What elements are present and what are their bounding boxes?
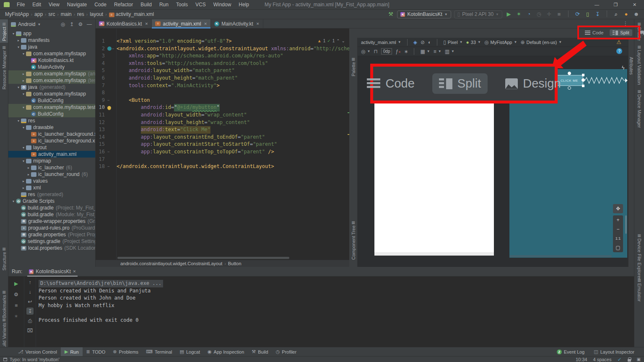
sdk-manager-icon[interactable]: ↧ [594, 10, 601, 18]
settings-icon[interactable]: ⚙ [13, 291, 20, 298]
frame-icon[interactable]: ✶ [13, 313, 20, 320]
indent-setting[interactable]: 4 spaces [593, 357, 611, 362]
menu-tools[interactable]: Tools [172, 2, 192, 8]
toolwindow-button-app-inspection[interactable]: ◉App Inspection [204, 347, 248, 357]
project-view-select[interactable]: Android [18, 21, 35, 27]
tree-item[interactable]: KKotolinBasics.kt [8, 57, 95, 64]
fold-icon[interactable]: − [107, 163, 109, 171]
tree-item[interactable]: ▾mipmap [8, 158, 95, 164]
tree-item[interactable]: ▤gradle-wrapper.properties(Gradle Ver [8, 218, 95, 225]
sidebar-item-device-manager[interactable]: ▦Device Manager [634, 87, 644, 129]
selection-handle[interactable] [582, 85, 584, 87]
tree-toggle-icon[interactable]: ▾ [21, 52, 26, 56]
tab-attributes[interactable]: Attributes [629, 57, 634, 75]
attach-debugger-icon[interactable]: ✛ [545, 10, 553, 18]
scrollend-icon[interactable]: ↧ [26, 308, 34, 315]
toolwindow-button-logcat[interactable]: ▤Logcat [176, 347, 204, 357]
fold-icon[interactable]: − [112, 45, 114, 53]
night-mode-icon[interactable]: ◐ [428, 39, 431, 45]
sync-gradle-icon[interactable]: ⟳ [574, 10, 581, 18]
tree-toggle-icon[interactable]: ▾ [16, 85, 21, 89]
tree-item[interactable]: ≡ic_launcher_background.xml [8, 131, 95, 137]
stop-icon[interactable]: ■ [556, 10, 563, 18]
toolwindow-button-terminal[interactable]: ⌨Terminal [142, 347, 176, 357]
ide-update-icon[interactable]: ● [623, 10, 630, 18]
print-icon[interactable]: ⎙ [26, 317, 34, 324]
breadcrumb-item[interactable]: app [34, 11, 44, 17]
inspection-widget[interactable]: ▲ 1 ✓ 1 ⌃ ⌄ [317, 39, 345, 43]
tree-item[interactable]: ▤gradle.properties(Project Properties) [8, 231, 95, 238]
constraint-anchor-top[interactable] [568, 72, 571, 75]
settings-gear-icon[interactable]: ⚙ [77, 21, 84, 27]
debug-icon[interactable]: ✶ [515, 10, 522, 18]
menu-navigate[interactable]: Navigate [63, 2, 91, 8]
tree-item[interactable]: CBuildConfig [8, 97, 95, 104]
tree-item[interactable]: CBuildConfig [8, 111, 95, 117]
tree-item[interactable]: ▾app [8, 30, 95, 37]
statusbar-button-event-log[interactable]: 2Event Log [553, 347, 589, 357]
tree-item[interactable]: ▾layout [8, 144, 95, 151]
menu-help[interactable]: Help [235, 2, 253, 8]
zoom-in-button[interactable]: + [613, 215, 623, 225]
softwrap-icon[interactable]: ↩ [26, 298, 34, 305]
tree-toggle-icon[interactable]: ▾ [21, 159, 26, 163]
search-everywhere-icon[interactable]: ⌕ [613, 10, 620, 18]
tool-window-toggle-icon[interactable] [3, 358, 7, 361]
tree-item[interactable]: ▸com.example.myfistapp(androidT [8, 70, 95, 77]
hide-panel-icon[interactable]: — [86, 21, 93, 27]
profile-app-icon[interactable]: ◔ [525, 10, 532, 18]
sidebar-item-device-file-explorer[interactable]: ▦Device File Explorer [634, 231, 644, 281]
align-icon[interactable]: ≡▼ [434, 49, 441, 54]
next-problem-icon[interactable]: ⌄ [342, 39, 345, 43]
caret-position[interactable]: 10:34 [576, 357, 587, 362]
guidelines-icon[interactable]: ▥▼ [445, 49, 454, 54]
build-hammer-icon[interactable]: ⚒ [387, 10, 394, 18]
breadcrumb-item[interactable]: src [47, 11, 56, 17]
constraint-anchor-end[interactable] [582, 78, 585, 82]
zoomed-mode-button-design[interactable]: Design [499, 73, 567, 94]
breadcrumb-item[interactable]: main [60, 11, 73, 17]
notifications-icon[interactable]: ▣ [637, 357, 641, 362]
tree-item[interactable]: ▸ic_launcher(6) [8, 164, 95, 171]
menu-vcs[interactable]: VCS [192, 2, 210, 8]
tree-item[interactable]: ▾com.example.myfistapp [8, 90, 95, 97]
tree-item[interactable]: ▾⚙java(generated) [8, 84, 95, 90]
layout-warning-icon[interactable]: ⚠ [616, 39, 621, 45]
run-tab[interactable]: K KotolinBasicsKt ✕ [26, 267, 78, 277]
selection-handle[interactable] [582, 74, 584, 76]
sidebar-item-resource-manager[interactable]: ▦Resource Manager [0, 43, 8, 91]
toolwindow-button-version-control[interactable]: ⎇Version Control [14, 347, 61, 357]
rerun-icon[interactable]: ▶ [13, 280, 20, 287]
prev-problem-icon[interactable]: ⌃ [336, 39, 340, 43]
sidebar-item-structure[interactable]: ▦Structure [0, 244, 8, 272]
tree-toggle-icon[interactable]: ▾ [11, 32, 16, 36]
tree-toggle-icon[interactable]: ▾ [11, 199, 16, 203]
tree-item[interactable]: ▸values [8, 178, 95, 184]
zoom-out-button[interactable]: − [613, 225, 623, 234]
breadcrumb-item[interactable]: layout [89, 11, 104, 17]
clear-icon[interactable]: ⌧ [26, 327, 34, 334]
autoconnect-magnet-icon[interactable]: ⊓ [374, 49, 377, 54]
design-preview-screen[interactable] [374, 103, 494, 256]
menu-build[interactable]: Build [137, 2, 156, 8]
menu-edit[interactable]: Edit [29, 2, 45, 8]
profile-avatar-icon[interactable]: ☻ [633, 10, 640, 18]
tree-item[interactable]: ≡ic_launcher_foreground.xml(v2 [8, 137, 95, 144]
design-horizontal-scrollbar[interactable] [509, 255, 612, 257]
pack-icon[interactable]: ▦▼ [420, 49, 430, 54]
tree-toggle-icon[interactable]: ▸ [21, 72, 26, 76]
tree-item[interactable]: ▸xml [8, 184, 95, 191]
zoomed-mode-button-split[interactable]: Split [432, 73, 488, 94]
breadcrumb-file[interactable]: ≡ activity_main.xml [108, 11, 155, 17]
tree-toggle-icon[interactable]: ▾ [21, 92, 26, 96]
tree-item[interactable]: Gbuild.gradle(Project: My_Fist_App) [8, 204, 95, 211]
toolwindow-button-run[interactable]: ▶Run [61, 347, 83, 357]
theme-select[interactable]: ◎ MyFistApp ▼ [484, 39, 517, 45]
tree-item[interactable]: ≡proguard-rules.pro(ProGuard Rules fo [8, 225, 95, 231]
editor-horizontal-scrollbar[interactable] [117, 257, 289, 259]
menu-refactor[interactable]: Refactor [110, 2, 137, 8]
toolwindow-button-todo[interactable]: ≣TODO [83, 347, 109, 357]
code-area[interactable]: 1<?xml version="1.0" encoding="utf-8"?>2… [96, 28, 349, 260]
close-icon[interactable]: ✕ [204, 22, 208, 26]
zoomed-mode-button-code[interactable]: Code [360, 73, 421, 94]
